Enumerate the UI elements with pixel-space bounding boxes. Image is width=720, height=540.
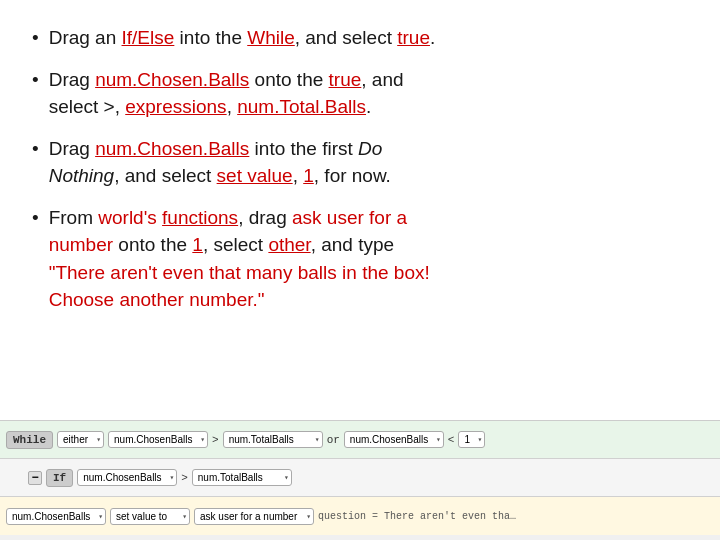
num-chosen-if-select[interactable]: num.ChosenBalls [77,469,177,486]
num-total-if-select[interactable]: num.TotalBalls [192,469,292,486]
while-row: While either num.ChosenBalls > num.Total… [0,421,720,459]
num-chosen-if-wrap[interactable]: num.ChosenBalls [77,469,177,486]
set-value-wrap[interactable]: set value to [110,508,190,525]
set-value-select[interactable]: set value to [110,508,190,525]
text: other [268,234,310,255]
text: . [430,27,435,48]
text: onto the [249,69,328,90]
text: , select [203,234,268,255]
text: If/Else [122,27,175,48]
text: onto the [113,234,192,255]
num-total-select[interactable]: num.TotalBalls [223,431,323,448]
text: While [247,27,295,48]
lt-op: < [448,434,455,446]
num-chosen-select-2[interactable]: num.ChosenBalls [344,431,444,448]
text: , and select [114,165,216,186]
ask-user-select[interactable]: ask user for a number [194,508,314,525]
main-content: • Drag an If/Else into the While, and se… [0,0,720,420]
num-chosen-select-wrap-2[interactable]: num.ChosenBalls [344,431,444,448]
text: From [49,207,99,228]
text: , drag [238,207,292,228]
list-item-3: • Drag num.Chosen.Balls into the first D… [32,135,688,190]
list-item-2: • Drag num.Chosen.Balls onto the true, a… [32,66,688,121]
text: functions [162,207,238,228]
text: , [227,96,238,117]
text: into the first [249,138,358,159]
bullet-list: • Drag an If/Else into the While, and se… [32,24,688,314]
text: , and type [311,234,394,255]
text: world's [98,207,157,228]
text: , for now. [314,165,391,186]
bullet-2: • [32,66,39,94]
text: true [397,27,430,48]
text: . [366,96,371,117]
if-row: − If num.ChosenBalls > num.TotalBalls [0,459,720,497]
text: Drag [49,138,95,159]
bullet-4: • [32,204,39,232]
text: "There aren't even that many balls in th… [49,262,430,311]
val-select[interactable]: 1 [458,431,485,448]
item-1-text: Drag an If/Else into the While, and sele… [49,24,436,52]
text: true [329,69,362,90]
num-chosen-select-1[interactable]: num.ChosenBalls [108,431,208,448]
do-row: num.ChosenBalls set value to ask user fo… [0,497,720,535]
gt-op-1: > [212,434,219,446]
if-label: If [46,469,73,487]
bottom-ui: While either num.ChosenBalls > num.Total… [0,420,720,540]
item-2-text: Drag num.Chosen.Balls onto the true, and… [49,66,404,121]
bullet-3: • [32,135,39,163]
ask-user-wrap[interactable]: ask user for a number [194,508,314,525]
question-text: question = There aren't even that many b… [318,511,518,522]
text: into the [174,27,247,48]
item-4-text: From world's functions, drag ask user fo… [49,204,430,314]
text: , [293,165,304,186]
list-item-1: • Drag an If/Else into the While, and se… [32,24,688,52]
item-3-text: Drag num.Chosen.Balls into the first DoN… [49,135,391,190]
bullet-1: • [32,24,39,52]
text: 1 [303,165,314,186]
val-select-wrap[interactable]: 1 [458,431,485,448]
text: num.Chosen.Balls [95,138,249,159]
while-label: While [6,431,53,449]
num-chosen-do-wrap[interactable]: num.ChosenBalls [6,508,106,525]
text: , and select [295,27,397,48]
text: num.Total.Balls [237,96,366,117]
text: set value [217,165,293,186]
num-chosen-do-select[interactable]: num.ChosenBalls [6,508,106,525]
or-label: or [327,434,340,446]
either-select-wrap[interactable]: either [57,431,104,448]
text: Drag [49,69,95,90]
text: Drag an [49,27,122,48]
either-select[interactable]: either [57,431,104,448]
num-total-if-wrap[interactable]: num.TotalBalls [192,469,292,486]
text: expressions [125,96,226,117]
gt-op-2: > [181,472,188,484]
num-chosen-select-wrap-1[interactable]: num.ChosenBalls [108,431,208,448]
text: 1 [192,234,203,255]
collapse-button[interactable]: − [28,471,42,485]
text: num.Chosen.Balls [95,69,249,90]
list-item-4: • From world's functions, drag ask user … [32,204,688,314]
num-total-select-wrap[interactable]: num.TotalBalls [223,431,323,448]
